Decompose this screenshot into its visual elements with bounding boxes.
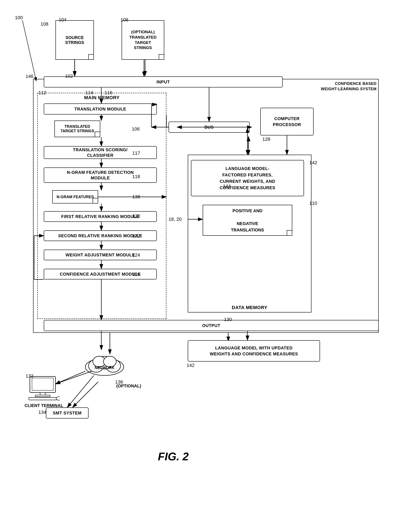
ref-120: 120 <box>132 213 140 219</box>
language-model-updated-box: LANGUAGE MODEL WITH UPDATED WEIGHTS AND … <box>188 340 320 361</box>
translated-target-inner-label: TRANSLATED TARGET STRINGS <box>61 124 94 133</box>
ref-142b: 142 <box>187 363 195 368</box>
ref-118: 118 <box>132 174 140 179</box>
ref-132: 132 <box>25 373 33 379</box>
optional-translated-box: (OPTIONAL) TRANSLATED TARGET STRINGS <box>122 20 164 60</box>
svg-line-45 <box>22 20 36 81</box>
second-ranking-label: SECOND RELATIVE RANKING MODULE <box>58 233 142 238</box>
svg-point-42 <box>56 397 60 400</box>
confidence-based-label: CONFIDENCE BASED WEIGHT-LEARNING SYSTEM <box>321 81 376 92</box>
smt-system-label: SMT SYSTEM <box>53 411 82 416</box>
ref-122: 122 <box>132 233 140 239</box>
weight-adjustment-label: WEIGHT ADJUSTMENT MODULE <box>65 253 135 258</box>
source-strings-label: SOURCE STRINGS <box>56 35 93 45</box>
svg-text:NETWORK: NETWORK <box>95 366 114 370</box>
language-model-factored-box: LANGUAGE MODEL- FACTORED FEATURES, CURRE… <box>191 160 304 196</box>
main-memory-label: MAIN MEMORY <box>84 95 120 101</box>
smt-system-box: SMT SYSTEM <box>46 407 89 418</box>
ngram-features-label: N-GRAM FEATURES <box>57 195 94 199</box>
svg-rect-38 <box>32 378 53 390</box>
data-memory-label: DATA MEMORY <box>232 305 267 310</box>
ref-117: 117 <box>132 150 140 156</box>
ref-138: 138 <box>132 194 140 200</box>
bus-box: BUS <box>169 122 250 133</box>
computer-processor-box: COMPUTER PROCESSOR <box>260 108 314 135</box>
optional-translated-label: (OPTIONAL) TRANSLATED TARGET STRINGS <box>129 29 156 51</box>
input-label: INPUT <box>157 80 170 84</box>
ref-106-inner: 106 <box>132 126 140 132</box>
svg-line-23 <box>56 371 85 384</box>
fig-title: FIG. 2 <box>158 450 189 463</box>
confidence-adjustment-label: CONFIDENCE ADJUSTMENT MODULE <box>60 272 141 277</box>
translated-target-inner-box: TRANSLATED TARGET STRINGS <box>54 120 100 137</box>
ref-100: 100 <box>15 15 23 20</box>
ref-116: 116 <box>105 90 112 95</box>
input-box: INPUT <box>44 76 283 88</box>
output-box: OUTPUT <box>44 320 379 331</box>
ref-110: 110 <box>309 201 317 206</box>
svg-rect-41 <box>29 397 57 400</box>
ref-126: 126 <box>132 272 140 277</box>
first-ranking-label: FIRST RELATIVE RANKING MODULE <box>61 214 139 219</box>
bus-label: BUS <box>204 125 214 130</box>
optional-label: (OPTIONAL) <box>116 384 141 388</box>
ref-146: 146 <box>25 74 33 79</box>
translation-module-box: TRANSLATION MODULE <box>44 103 157 114</box>
client-terminal-icon <box>25 375 60 402</box>
ref-114: 114 <box>85 90 93 95</box>
ref-128: 128 <box>262 137 270 142</box>
svg-line-74 <box>67 375 94 407</box>
source-strings-box: SOURCE STRINGS <box>56 20 94 60</box>
ngram-detection-label: N-GRAM FEATURE DETECTION MODULE <box>67 170 134 181</box>
ref-106-top: 106 <box>121 17 128 23</box>
positive-negative-box: POSITIVE AND NEGATIVE TRANSLATIONS <box>203 205 292 236</box>
translation-scoring-label: TRANSLATION SCORING/ CLASSIFIER <box>73 147 127 158</box>
ngram-features-box: N-GRAM FEATURES <box>52 190 98 203</box>
ref-124: 124 <box>132 252 140 258</box>
svg-line-24 <box>73 382 98 407</box>
ref-102: 102 <box>65 73 73 79</box>
computer-processor-label: COMPUTER PROCESSOR <box>273 116 301 127</box>
ref-112: 112 <box>38 90 46 95</box>
language-model-updated-label: LANGUAGE MODEL WITH UPDATED WEIGHTS AND … <box>210 345 298 357</box>
svg-rect-40 <box>35 395 50 397</box>
ref-1820: 18, 20 <box>169 216 182 222</box>
svg-point-35 <box>103 356 116 367</box>
network-cloud: NETWORK <box>83 350 126 378</box>
output-label: OUTPUT <box>202 323 220 328</box>
ref-144: 144 <box>223 184 231 189</box>
positive-negative-label: POSITIVE AND NEGATIVE TRANSLATIONS <box>231 208 264 233</box>
ref-142a: 142 <box>309 160 317 165</box>
ref-134: 134 <box>38 410 46 415</box>
ref-104: 104 <box>59 17 67 23</box>
ref-130: 130 <box>224 317 232 322</box>
ref-108: 108 <box>41 21 48 27</box>
translation-module-label: TRANSLATION MODULE <box>74 107 126 112</box>
